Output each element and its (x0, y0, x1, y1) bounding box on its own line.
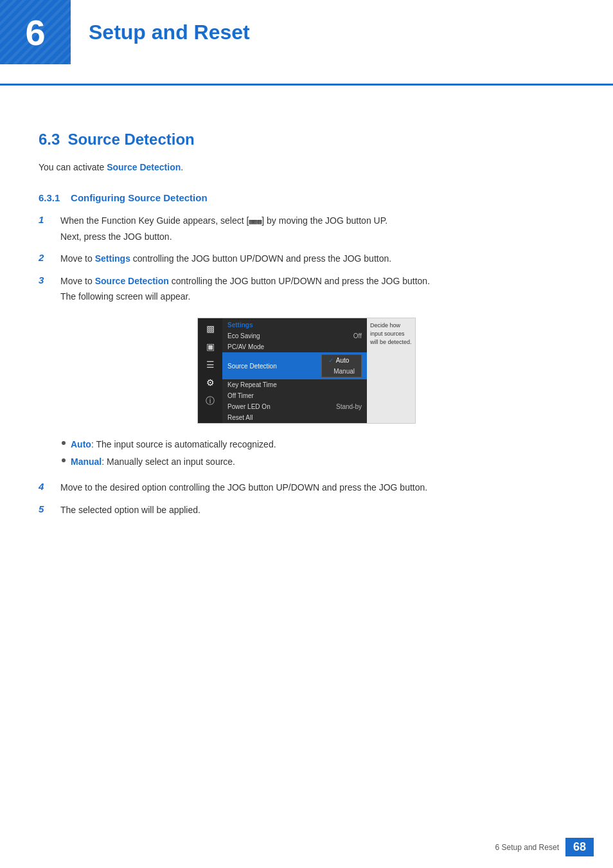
chapter-number-box: 6 (0, 0, 71, 64)
chapter-number: 6 (25, 12, 45, 53)
menu-key-repeat: Key Repeat Time (222, 379, 367, 390)
step-4-num: 4 (39, 480, 49, 492)
step-2-num: 2 (39, 251, 49, 263)
page-number: 68 (565, 838, 594, 856)
bullet-manual-label: Manual (71, 457, 102, 467)
menu-eco-saving: Eco Saving Off (222, 330, 367, 341)
step-2-highlight: Settings (95, 253, 130, 264)
step-1-content: When the Function Key Guide appears, sel… (60, 213, 387, 244)
step-3-content: Move to Source Detection controlling the… (60, 274, 430, 304)
bullet-dot-manual (62, 458, 66, 462)
step-3-subline: The following screen will appear. (60, 289, 430, 303)
bullet-dot-auto (62, 441, 66, 445)
intro-highlight: Source Detection (107, 162, 181, 172)
submenu-manual: Manual (322, 366, 361, 377)
page-footer: 6 Setup and Reset 68 (495, 838, 594, 856)
menu-reset-all-label: Reset All (227, 414, 253, 421)
step-3-highlight: Source Detection (95, 276, 169, 286)
bullet-list: Auto: The input source is automatically … (62, 438, 574, 469)
menu-off-timer: Off Timer (222, 390, 367, 401)
section-number: 6.3 (39, 131, 60, 149)
menu-pcav-label: PC/AV Mode (227, 343, 264, 350)
menu-source-detection-label: Source Detection (227, 363, 277, 370)
menu-source-detection: Source Detection ✓ Auto Manual (222, 352, 367, 379)
step-4: 4 Move to the desired option controlling… (39, 480, 574, 494)
chapter-banner: 6 Setup and Reset (0, 0, 613, 84)
step-2-content: Move to Settings controlling the JOG but… (60, 251, 391, 266)
sidebar-icon-picture: ▣ (206, 341, 215, 352)
sidebar-icon-settings: ⚙ (206, 377, 215, 388)
menu-pcav-mode: PC/AV Mode (222, 341, 367, 352)
ui-screenshot: ▩ ▣ ☰ ⚙ ⓘ Settings Eco Saving Off (197, 318, 416, 424)
ui-tooltip: Decide how input sources will be detecte… (367, 318, 415, 423)
menu-key-repeat-label: Key Repeat Time (227, 381, 277, 388)
bullet-manual-text: Manual: Manually select an input source. (71, 455, 235, 469)
intro-text-after: . (181, 162, 183, 172)
menu-power-led: Power LED On Stand-by (222, 401, 367, 412)
steps-list: 1 When the Function Key Guide appears, s… (39, 213, 574, 517)
ui-submenu: ✓ Auto Manual (321, 354, 362, 377)
subsection-heading: 6.3.1 Configuring Source Detection (39, 192, 574, 203)
step-5-content: The selected option will be applied. (60, 503, 200, 517)
main-content: 6.3 Source Detection You can activate So… (0, 111, 613, 568)
ui-screenshot-wrapper: ▩ ▣ ☰ ⚙ ⓘ Settings Eco Saving Off (39, 318, 574, 424)
bullet-auto-text: Auto: The input source is automatically … (71, 438, 276, 451)
step-3-num: 3 (39, 274, 49, 285)
step-5: 5 The selected option will be applied. (39, 503, 574, 517)
intro-paragraph: You can activate Source Detection. (39, 160, 574, 174)
sidebar-icon-info: ⓘ (206, 395, 215, 407)
menu-reset-all: Reset All (222, 412, 367, 423)
menu-power-led-value: Stand-by (336, 403, 362, 410)
menu-eco-saving-value: Off (353, 332, 362, 339)
step-1-subline: Next, press the JOG button. (60, 230, 387, 244)
step-3: 3 Move to Source Detection controlling t… (39, 274, 574, 304)
step-4-content: Move to the desired option controlling t… (60, 480, 427, 494)
subsection-number: 6.3.1 (39, 192, 60, 203)
footer-chapter-text: 6 Setup and Reset (495, 843, 559, 852)
ui-sidebar: ▩ ▣ ☰ ⚙ ⓘ (198, 318, 222, 423)
banner-line (0, 84, 613, 86)
bullet-manual: Manual: Manually select an input source. (62, 455, 574, 469)
check-icon: ✓ (328, 357, 333, 364)
chapter-title: Setup and Reset (71, 21, 250, 44)
menu-off-timer-label: Off Timer (227, 392, 254, 399)
submenu-auto: ✓ Auto (322, 355, 361, 366)
ui-menu-header: Settings (222, 318, 367, 330)
step-1: 1 When the Function Key Guide appears, s… (39, 213, 574, 244)
bullet-auto: Auto: The input source is automatically … (62, 438, 574, 451)
section-title: Source Detection (67, 131, 194, 149)
section-heading: 6.3 Source Detection (39, 131, 574, 149)
step-1-num: 1 (39, 213, 49, 225)
ui-tooltip-text: Decide how input sources will be detecte… (370, 322, 412, 345)
step-2: 2 Move to Settings controlling the JOG b… (39, 251, 574, 266)
intro-text-before: You can activate (39, 162, 107, 172)
subsection-title: Configuring Source Detection (71, 192, 208, 203)
ui-menu: Settings Eco Saving Off PC/AV Mode Sourc… (222, 318, 367, 423)
sidebar-icon-display: ▩ (206, 323, 215, 334)
submenu-auto-label: Auto (336, 357, 350, 364)
step-5-num: 5 (39, 503, 49, 514)
menu-eco-saving-label: Eco Saving (227, 332, 260, 339)
submenu-manual-label: Manual (328, 368, 355, 375)
sidebar-icon-audio: ☰ (206, 359, 215, 370)
bullet-auto-label: Auto (71, 439, 91, 449)
menu-power-led-label: Power LED On (227, 403, 271, 410)
